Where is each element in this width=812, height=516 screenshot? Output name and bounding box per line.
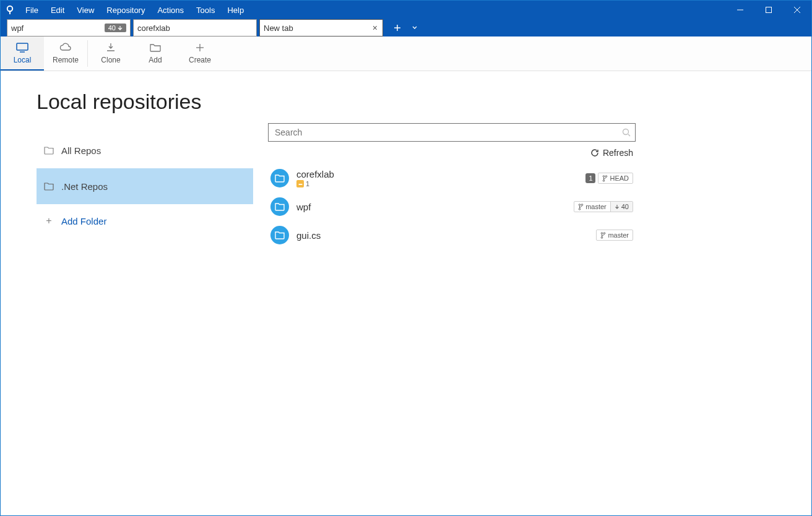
svg-rect-1 [9, 11, 11, 14]
tab-badge: 40 [105, 24, 126, 32]
main-content: Local repositories All Repos .Net Repos … [1, 71, 811, 515]
repo-row-wpf[interactable]: wpf master 40 [268, 192, 636, 221]
repo-name: wpf [296, 202, 566, 212]
svg-rect-3 [766, 7, 772, 13]
tab-close-icon[interactable]: × [371, 23, 379, 33]
menu-file[interactable]: File [19, 2, 45, 19]
menu-view[interactable]: View [71, 2, 100, 19]
svg-point-21 [604, 232, 606, 234]
svg-point-20 [602, 232, 603, 234]
menu-actions[interactable]: Actions [151, 2, 190, 19]
svg-point-22 [602, 236, 603, 238]
branch-chip[interactable]: HEAD [598, 173, 633, 184]
svg-point-15 [606, 175, 608, 177]
toolbar: Local Remote Clone Add Create [1, 37, 811, 71]
folder-icon [44, 182, 54, 191]
arrow-down-icon [118, 25, 123, 30]
new-tab-button[interactable] [389, 20, 405, 36]
plus-icon [195, 41, 205, 54]
tab-dropdown-button[interactable] [407, 20, 423, 36]
minimize-button[interactable] [726, 1, 754, 19]
menu-help[interactable]: Help [221, 2, 250, 19]
repo-list: corefxlab ••• 1 1 HEAD wpf [268, 164, 636, 249]
tab-corefxlab[interactable]: corefxlab [133, 19, 257, 37]
folder-avatar-icon [270, 226, 289, 244]
repo-row-guics[interactable]: gui.cs master [268, 221, 636, 249]
folder-avatar-icon [270, 169, 289, 187]
svg-point-14 [603, 175, 605, 177]
change-count-badge: 1 [585, 173, 595, 183]
stash-icon: ••• [296, 180, 304, 187]
search-wrap [268, 123, 636, 142]
repo-badges: master [596, 230, 633, 241]
folder-open-icon [149, 41, 162, 54]
cloud-icon [59, 41, 72, 54]
branch-icon [578, 204, 584, 210]
tab-wpf[interactable]: wpf 40 [7, 19, 131, 37]
repo-badges: 1 HEAD [585, 173, 633, 184]
add-folder-label: Add Folder [61, 216, 106, 226]
repo-substatus: ••• 1 [296, 180, 578, 187]
toolbar-clone-button[interactable]: Clone [88, 37, 134, 71]
arrow-down-icon [615, 204, 620, 210]
tab-actions [386, 19, 423, 37]
folder-list: All Repos .Net Repos + Add Folder [37, 132, 253, 238]
search-icon [622, 128, 631, 137]
toolbar-add-button[interactable]: Add [134, 37, 177, 71]
branch-icon [600, 232, 606, 239]
repo-badges: master 40 [574, 201, 633, 212]
tab-new[interactable]: New tab × [259, 19, 383, 37]
svg-point-12 [623, 129, 629, 135]
tab-strip: wpf 40 corefxlab New tab × [1, 19, 811, 37]
branch-chip[interactable]: master [596, 230, 633, 241]
page-title: Local repositories [37, 90, 253, 114]
window-controls [726, 1, 811, 19]
main-menu: File Edit View Repository Actions Tools … [19, 2, 726, 19]
repo-info: gui.cs [296, 230, 589, 241]
close-button[interactable] [783, 1, 811, 19]
repo-name: gui.cs [296, 230, 589, 241]
add-folder-button[interactable]: + Add Folder [37, 204, 253, 238]
refresh-icon [590, 148, 599, 157]
repo-panel: Refresh corefxlab ••• 1 1 HEAD [268, 90, 811, 515]
folder-avatar-icon [270, 197, 289, 216]
svg-point-17 [579, 204, 581, 205]
repo-row-corefxlab[interactable]: corefxlab ••• 1 1 HEAD [268, 164, 636, 192]
toolbar-remote-button[interactable]: Remote [44, 37, 87, 71]
repo-name: corefxlab [296, 169, 578, 179]
sidebar-item-all-repos[interactable]: All Repos [37, 132, 253, 168]
svg-point-0 [7, 6, 12, 11]
title-bar: File Edit View Repository Actions Tools … [1, 1, 811, 19]
plus-icon: + [44, 215, 54, 226]
branch-icon [602, 175, 608, 182]
toolbar-create-button[interactable]: Create [177, 37, 223, 71]
tab-label: New tab [264, 24, 293, 33]
monitor-icon [15, 41, 29, 54]
svg-rect-8 [17, 43, 28, 50]
sidebar-item-net-repos[interactable]: .Net Repos [37, 168, 253, 204]
refresh-label: Refresh [603, 148, 633, 158]
tab-label: corefxlab [137, 24, 170, 33]
branch-chip[interactable]: master 40 [574, 201, 633, 212]
menu-edit[interactable]: Edit [45, 2, 71, 19]
search-input[interactable] [268, 123, 636, 142]
app-logo-icon [1, 1, 19, 19]
svg-point-19 [579, 208, 581, 210]
refresh-button[interactable]: Refresh [268, 142, 636, 164]
menu-tools[interactable]: Tools [190, 2, 221, 19]
tab-label: wpf [11, 24, 24, 33]
sidebar-item-label: All Repos [61, 145, 101, 156]
sidebar-item-label: .Net Repos [61, 181, 108, 192]
folder-icon [44, 146, 54, 155]
svg-point-18 [581, 204, 583, 205]
menu-repository[interactable]: Repository [100, 2, 151, 19]
maximize-button[interactable] [754, 1, 783, 19]
svg-line-13 [628, 134, 630, 136]
toolbar-local-button[interactable]: Local [1, 37, 44, 71]
sidebar: Local repositories All Repos .Net Repos … [37, 90, 253, 515]
download-icon [105, 41, 116, 54]
repo-info: corefxlab ••• 1 [296, 169, 578, 187]
repo-info: wpf [296, 202, 566, 212]
svg-point-16 [603, 179, 605, 181]
